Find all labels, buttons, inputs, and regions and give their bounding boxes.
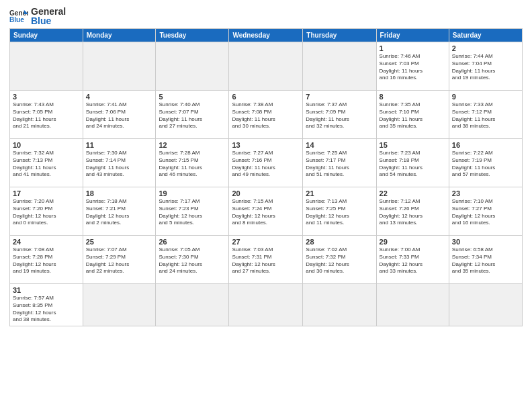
day-number: 23: [452, 189, 519, 197]
calendar-day-cell: 13Sunrise: 7:27 AM Sunset: 7:16 PM Dayli…: [229, 139, 303, 187]
calendar-day-cell: [229, 42, 303, 91]
day-info: Sunrise: 7:37 AM Sunset: 7:09 PM Dayligh…: [306, 101, 373, 130]
calendar-day-cell: [156, 284, 229, 326]
calendar-day-cell: 23Sunrise: 7:10 AM Sunset: 7:27 PM Dayli…: [449, 187, 522, 236]
day-info: Sunrise: 6:58 AM Sunset: 7:34 PM Dayligh…: [452, 246, 519, 275]
weekday-header-tuesday: Tuesday: [156, 29, 229, 42]
calendar-week-row: 10Sunrise: 7:32 AM Sunset: 7:13 PM Dayli…: [10, 139, 523, 187]
weekday-header-monday: Monday: [83, 29, 156, 42]
calendar-day-cell: [229, 284, 303, 326]
day-number: 5: [159, 93, 226, 101]
day-number: 13: [232, 141, 300, 149]
day-number: 17: [13, 189, 80, 197]
calendar-day-cell: 19Sunrise: 7:17 AM Sunset: 7:23 PM Dayli…: [156, 187, 229, 236]
calendar-day-cell: [449, 284, 522, 326]
calendar-day-cell: [303, 284, 376, 326]
calendar-day-cell: 11Sunrise: 7:30 AM Sunset: 7:14 PM Dayli…: [83, 139, 156, 187]
day-number: 8: [380, 93, 446, 101]
day-number: 28: [306, 238, 373, 246]
calendar-day-cell: [303, 42, 376, 91]
day-number: 29: [380, 238, 446, 246]
weekday-header-friday: Friday: [376, 29, 449, 42]
calendar-day-cell: 17Sunrise: 7:20 AM Sunset: 7:20 PM Dayli…: [10, 187, 83, 236]
calendar-week-row: 3Sunrise: 7:43 AM Sunset: 7:05 PM Daylig…: [10, 91, 523, 139]
day-info: Sunrise: 7:57 AM Sunset: 8:35 PM Dayligh…: [13, 295, 80, 324]
calendar-day-cell: 8Sunrise: 7:35 AM Sunset: 7:10 PM Daylig…: [376, 91, 449, 139]
day-info: Sunrise: 7:08 AM Sunset: 7:28 PM Dayligh…: [13, 246, 80, 275]
calendar-day-cell: 9Sunrise: 7:33 AM Sunset: 7:12 PM Daylig…: [449, 91, 522, 139]
day-number: 4: [86, 93, 153, 101]
calendar-day-cell: [376, 284, 449, 326]
calendar-day-cell: 3Sunrise: 7:43 AM Sunset: 7:05 PM Daylig…: [10, 91, 83, 139]
day-info: Sunrise: 7:10 AM Sunset: 7:27 PM Dayligh…: [452, 198, 519, 227]
logo-general-text: General: [31, 7, 66, 16]
calendar-day-cell: 10Sunrise: 7:32 AM Sunset: 7:13 PM Dayli…: [10, 139, 83, 187]
day-info: Sunrise: 7:44 AM Sunset: 7:04 PM Dayligh…: [452, 53, 519, 82]
logo-icon: General Blue: [9, 9, 28, 24]
calendar-day-cell: 18Sunrise: 7:18 AM Sunset: 7:21 PM Dayli…: [83, 187, 156, 236]
calendar-day-cell: [156, 42, 229, 91]
day-number: 20: [232, 189, 300, 197]
calendar-day-cell: [83, 284, 156, 326]
day-info: Sunrise: 7:43 AM Sunset: 7:05 PM Dayligh…: [13, 101, 80, 130]
day-info: Sunrise: 7:02 AM Sunset: 7:32 PM Dayligh…: [306, 246, 373, 275]
day-info: Sunrise: 7:46 AM Sunset: 7:03 PM Dayligh…: [380, 53, 446, 82]
day-number: 14: [306, 141, 373, 149]
calendar-day-cell: 2Sunrise: 7:44 AM Sunset: 7:04 PM Daylig…: [449, 42, 522, 91]
day-number: 22: [380, 189, 446, 197]
day-info: Sunrise: 7:28 AM Sunset: 7:15 PM Dayligh…: [159, 150, 226, 179]
day-number: 25: [86, 238, 153, 246]
day-number: 15: [380, 141, 446, 149]
calendar-week-row: 17Sunrise: 7:20 AM Sunset: 7:20 PM Dayli…: [10, 187, 523, 236]
calendar-day-cell: 28Sunrise: 7:02 AM Sunset: 7:32 PM Dayli…: [303, 236, 376, 284]
calendar-day-cell: 1Sunrise: 7:46 AM Sunset: 7:03 PM Daylig…: [376, 42, 449, 91]
day-info: Sunrise: 7:27 AM Sunset: 7:16 PM Dayligh…: [232, 150, 300, 179]
day-info: Sunrise: 7:38 AM Sunset: 7:08 PM Dayligh…: [232, 101, 300, 130]
calendar-day-cell: 30Sunrise: 6:58 AM Sunset: 7:34 PM Dayli…: [449, 236, 522, 284]
day-info: Sunrise: 7:12 AM Sunset: 7:26 PM Dayligh…: [380, 198, 446, 227]
calendar-day-cell: 26Sunrise: 7:05 AM Sunset: 7:30 PM Dayli…: [156, 236, 229, 284]
weekday-header-wednesday: Wednesday: [229, 29, 303, 42]
day-number: 1: [380, 44, 446, 52]
calendar-header-row: SundayMondayTuesdayWednesdayThursdayFrid…: [10, 29, 523, 42]
weekday-header-thursday: Thursday: [303, 29, 376, 42]
day-info: Sunrise: 7:15 AM Sunset: 7:24 PM Dayligh…: [232, 198, 300, 227]
calendar-day-cell: 25Sunrise: 7:07 AM Sunset: 7:29 PM Dayli…: [83, 236, 156, 284]
day-info: Sunrise: 7:41 AM Sunset: 7:06 PM Dayligh…: [86, 101, 153, 130]
calendar-day-cell: [10, 42, 83, 91]
day-number: 11: [86, 141, 153, 149]
day-number: 31: [13, 286, 80, 294]
weekday-header-sunday: Sunday: [10, 29, 83, 42]
day-info: Sunrise: 7:05 AM Sunset: 7:30 PM Dayligh…: [159, 246, 226, 275]
day-number: 6: [232, 93, 300, 101]
day-number: 27: [232, 238, 300, 246]
calendar-day-cell: [83, 42, 156, 91]
day-number: 30: [452, 238, 519, 246]
calendar-day-cell: 5Sunrise: 7:40 AM Sunset: 7:07 PM Daylig…: [156, 91, 229, 139]
calendar-day-cell: 22Sunrise: 7:12 AM Sunset: 7:26 PM Dayli…: [376, 187, 449, 236]
calendar-day-cell: 16Sunrise: 7:22 AM Sunset: 7:19 PM Dayli…: [449, 139, 522, 187]
day-number: 18: [86, 189, 153, 197]
weekday-header-saturday: Saturday: [449, 29, 522, 42]
svg-text:Blue: Blue: [9, 16, 24, 24]
day-number: 16: [452, 141, 519, 149]
calendar-week-row: 31Sunrise: 7:57 AM Sunset: 8:35 PM Dayli…: [10, 284, 523, 326]
day-info: Sunrise: 7:13 AM Sunset: 7:25 PM Dayligh…: [306, 198, 373, 227]
calendar-day-cell: 27Sunrise: 7:03 AM Sunset: 7:31 PM Dayli…: [229, 236, 303, 284]
page-header: General Blue General Blue: [9, 7, 523, 26]
calendar-day-cell: 24Sunrise: 7:08 AM Sunset: 7:28 PM Dayli…: [10, 236, 83, 284]
calendar-day-cell: 29Sunrise: 7:00 AM Sunset: 7:33 PM Dayli…: [376, 236, 449, 284]
day-info: Sunrise: 7:17 AM Sunset: 7:23 PM Dayligh…: [159, 198, 226, 227]
day-number: 12: [159, 141, 226, 149]
calendar-table: SundayMondayTuesdayWednesdayThursdayFrid…: [9, 28, 523, 326]
calendar-day-cell: 15Sunrise: 7:23 AM Sunset: 7:18 PM Dayli…: [376, 139, 449, 187]
logo-blue-text: Blue: [31, 16, 66, 26]
day-number: 21: [306, 189, 373, 197]
calendar-day-cell: 31Sunrise: 7:57 AM Sunset: 8:35 PM Dayli…: [10, 284, 83, 326]
calendar-day-cell: 6Sunrise: 7:38 AM Sunset: 7:08 PM Daylig…: [229, 91, 303, 139]
day-info: Sunrise: 7:22 AM Sunset: 7:19 PM Dayligh…: [452, 150, 519, 179]
calendar-day-cell: 7Sunrise: 7:37 AM Sunset: 7:09 PM Daylig…: [303, 91, 376, 139]
day-number: 7: [306, 93, 373, 101]
day-info: Sunrise: 7:30 AM Sunset: 7:14 PM Dayligh…: [86, 150, 153, 179]
day-number: 26: [159, 238, 226, 246]
